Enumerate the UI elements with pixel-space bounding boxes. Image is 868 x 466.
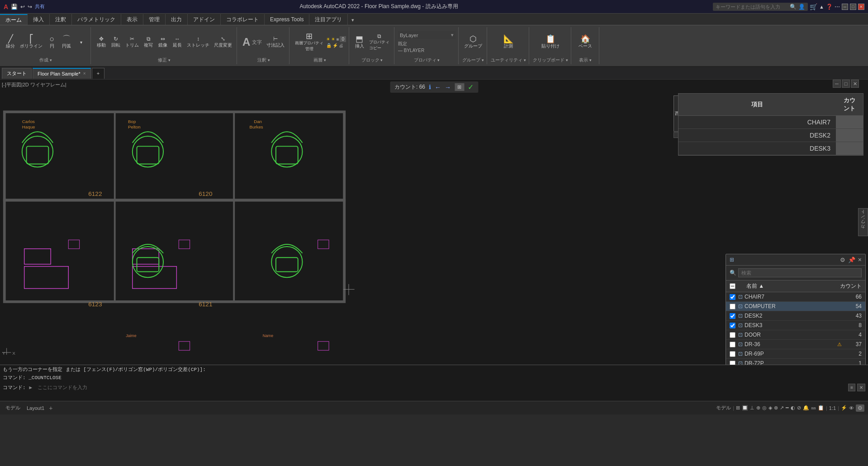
osnap-icon[interactable]: ◎: [762, 405, 767, 411]
check-dr72p[interactable]: [730, 361, 735, 365]
block-search-input[interactable]: [738, 268, 862, 277]
block-item-dr69p[interactable]: ⊡ DR-69P 2: [726, 349, 865, 359]
trim-button[interactable]: ✂トリム: [123, 35, 141, 49]
check-desk3[interactable]: [730, 323, 735, 328]
scale-button[interactable]: ⤡尺度変更: [212, 35, 234, 49]
dimension-button[interactable]: ⊢寸法記入: [265, 35, 286, 49]
otrack-icon[interactable]: ⊗: [774, 405, 778, 411]
circle-button[interactable]: ○円: [45, 34, 59, 50]
command-input[interactable]: [36, 385, 846, 390]
tab-manage[interactable]: 管理: [143, 14, 166, 25]
check-dr36[interactable]: [730, 342, 735, 347]
quick-access-redo-icon[interactable]: ↪: [28, 4, 32, 10]
block-prop-button[interactable]: ⧉プロパティコピー: [367, 32, 391, 52]
tab-featured[interactable]: 注目アプリ: [309, 14, 348, 25]
arc-button[interactable]: ⌒円弧: [60, 34, 73, 50]
hw-accel-icon[interactable]: ⚡: [841, 405, 847, 411]
move-button[interactable]: ✥移動: [95, 35, 108, 49]
paste-button[interactable]: 📋貼り付け: [540, 34, 561, 50]
workspace-icon[interactable]: ⚙: [856, 404, 864, 412]
search-input[interactable]: [716, 4, 788, 10]
grid-icon[interactable]: ⊞: [736, 405, 740, 411]
tab-addin[interactable]: アドイン: [188, 14, 221, 25]
col-name-header[interactable]: 名前 ▲: [746, 282, 839, 290]
count-prev-button[interactable]: ←: [435, 84, 441, 91]
count-mode-button[interactable]: ⊞: [455, 83, 464, 91]
transparency-icon[interactable]: ◐: [791, 405, 795, 411]
stretch-button[interactable]: ↕ストレッチ: [185, 35, 211, 49]
new-tab-button[interactable]: +: [92, 68, 104, 79]
check-all-blocks[interactable]: [730, 283, 735, 289]
lineweight-icon[interactable]: ━: [786, 405, 789, 411]
user-icon[interactable]: 👤: [798, 4, 805, 10]
block-item-dr36[interactable]: ⊡ DR-36 ⚠ 37: [726, 340, 865, 349]
tab-home[interactable]: ホーム: [0, 14, 28, 25]
more-icon[interactable]: ⋯: [835, 4, 840, 10]
canvas-maximize-btn[interactable]: □: [842, 80, 850, 88]
count-info-icon[interactable]: ℹ: [429, 84, 431, 90]
extend-button[interactable]: ↔延長: [171, 35, 184, 49]
measure-button[interactable]: 📐計測: [502, 34, 515, 50]
canvas-area[interactable]: [-]平面図|2D ワイヤフレーム| カウント: 66 ℹ ← → ⊞ ✓ 61…: [0, 80, 868, 365]
check-door[interactable]: [730, 332, 735, 338]
tab-start[interactable]: スタート: [2, 68, 32, 79]
help-icon[interactable]: ❓: [826, 4, 833, 10]
create-more-button[interactable]: ▾: [74, 39, 88, 46]
snap-icon[interactable]: 🔲: [742, 405, 748, 411]
3dosnap-icon[interactable]: ◈: [768, 405, 772, 411]
count-side-tab[interactable]: カウント: [858, 208, 868, 236]
polyline-button[interactable]: ⎡ポリライン: [18, 34, 44, 50]
line-button[interactable]: ╱線分: [4, 34, 17, 50]
base-button[interactable]: 🏠ベース: [577, 34, 594, 50]
mirror-button[interactable]: ⇔鏡像: [156, 35, 170, 49]
copy-button[interactable]: ⧉複写: [142, 35, 155, 49]
model-tab[interactable]: モデル: [4, 404, 22, 411]
block-item-desk2[interactable]: ⊡ DESK2 43: [726, 311, 865, 321]
annotation-monitor-icon[interactable]: 🔔: [803, 405, 809, 411]
canvas-close-btn[interactable]: ✕: [851, 80, 859, 88]
block-item-chair7[interactable]: ⊡ CHAIR7 66: [726, 292, 865, 302]
group-button[interactable]: ⬡グループ: [462, 34, 484, 50]
check-chair7[interactable]: [730, 294, 735, 300]
search-icon[interactable]: 🔍: [790, 4, 797, 10]
block-item-dr72p[interactable]: ⊡ DR-72P 1: [726, 359, 865, 365]
tab-collaborate[interactable]: コラボレート: [221, 14, 265, 25]
minimize-button[interactable]: ─: [842, 4, 848, 10]
block-insert-button[interactable]: ⬒挿入: [353, 34, 366, 50]
settings-icon[interactable]: ⚙: [840, 257, 845, 263]
maximize-button[interactable]: □: [850, 4, 856, 10]
cmd-options-button[interactable]: ≡: [848, 384, 855, 391]
block-item-door[interactable]: ⊡ DOOR 4: [726, 330, 865, 340]
block-item-desk3[interactable]: ⊡ DESK3 8: [726, 321, 865, 330]
ortho-icon[interactable]: ⊥: [750, 405, 754, 411]
count-confirm-button[interactable]: ✓: [468, 83, 474, 91]
col-count-header[interactable]: カウント: [839, 282, 862, 290]
quick-prop-icon[interactable]: 📋: [818, 405, 824, 411]
check-desk2[interactable]: [730, 313, 735, 319]
tab-express[interactable]: Express Tools: [265, 14, 309, 25]
close-button[interactable]: ✕: [858, 4, 864, 10]
select-cycle-icon[interactable]: ⊘: [797, 405, 801, 411]
tab-annotation[interactable]: 注釈: [50, 14, 72, 25]
count-next-button[interactable]: →: [445, 84, 451, 91]
tab-insert[interactable]: 挿入: [28, 14, 50, 25]
tab-floor-plan[interactable]: Floor Plan Sample* ×: [33, 68, 91, 79]
tab-output[interactable]: 出力: [166, 14, 188, 25]
polar-icon[interactable]: ⊕: [756, 405, 760, 411]
cmd-close-button[interactable]: ✕: [857, 384, 865, 391]
rotate-button[interactable]: ↻回転: [109, 35, 123, 49]
isolate-icon[interactable]: 👁: [849, 405, 854, 411]
floor-plan-svg[interactable]: 6122 6120 6123 6121 Carlos Haque Bop Pel…: [0, 93, 366, 360]
tab-close-button[interactable]: ×: [83, 71, 86, 76]
text-button[interactable]: A文字: [241, 35, 264, 49]
units-icon[interactable]: ㎜: [811, 404, 816, 411]
quick-access-save-icon[interactable]: 💾: [11, 4, 18, 10]
cart-icon[interactable]: 🛒: [810, 3, 817, 10]
tab-view[interactable]: 表示: [121, 14, 143, 25]
check-dr69p[interactable]: [730, 351, 735, 357]
block-item-computer[interactable]: ⊡ COMPUTER 54: [726, 302, 865, 311]
layout1-tab[interactable]: Layout1: [25, 405, 46, 411]
pin-icon[interactable]: 📌: [848, 257, 855, 263]
layer-prop-button[interactable]: ⊞画層プロパティ管理: [293, 31, 325, 53]
ucs-icon[interactable]: ↗: [780, 405, 784, 411]
